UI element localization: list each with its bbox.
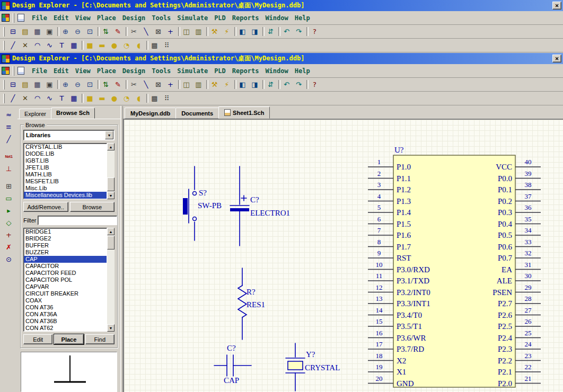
select-area-icon[interactable]: ⊠ [152, 79, 164, 90]
menu-item[interactable]: Help [292, 13, 313, 23]
wrench-icon[interactable]: ⚒ [208, 26, 221, 37]
right-pin-37[interactable]: 37 [525, 192, 532, 200]
pie-tool-icon[interactable]: ◔ [120, 40, 133, 51]
scroll-up-icon[interactable]: ▲ [107, 228, 115, 235]
zoom-in-icon[interactable]: ⊕ [59, 26, 72, 37]
zoom-out-icon[interactable]: ⊖ [72, 79, 84, 90]
rect-tool-icon[interactable]: ■ [84, 93, 96, 104]
save-icon[interactable]: ▦ [31, 79, 43, 90]
menu-item[interactable]: File [29, 13, 50, 23]
component-list-item[interactable]: CON AT36A [24, 311, 107, 318]
cut-icon[interactable]: ✂ [128, 79, 140, 90]
filter-input[interactable] [38, 216, 117, 225]
component-list-item[interactable]: CAPACITOR [24, 263, 107, 270]
right-pin-40[interactable]: VCC [496, 163, 512, 171]
close-button[interactable]: ✕ [552, 55, 561, 63]
cut-icon[interactable]: ✂ [128, 26, 140, 37]
text-tool-icon[interactable]: T [56, 40, 68, 51]
left-pin-12[interactable]: 12 [376, 283, 383, 291]
part-browser-icon[interactable]: ◫ [180, 79, 192, 90]
simulate-run-icon[interactable]: ◨ [249, 26, 261, 37]
right-pin-25[interactable]: P2.4 [498, 334, 513, 342]
sheet-entry-tool-icon[interactable]: ▸ [3, 204, 15, 217]
toolbar-grip[interactable] [3, 41, 5, 50]
menu-item[interactable]: Reports [229, 13, 262, 23]
line-icon[interactable]: ╲ [140, 26, 152, 37]
place-button[interactable]: Place [54, 334, 83, 344]
left-pin-7[interactable]: P1.6 [397, 231, 411, 239]
select-area-icon[interactable]: ⊠ [152, 26, 164, 37]
toolbar-grip[interactable] [3, 27, 5, 37]
menu-item[interactable]: Tools [148, 13, 174, 23]
help-icon[interactable]: ? [309, 79, 321, 90]
left-pin-20[interactable]: 20 [376, 375, 383, 382]
left-pin-13[interactable]: P3.3/INT1 [397, 299, 430, 308]
right-pin-27[interactable]: P2.6 [498, 311, 513, 319]
left-pin-17[interactable]: P3.7/RD [397, 345, 424, 353]
right-pin-27[interactable]: 27 [525, 306, 532, 314]
left-pin-2[interactable]: P1.1 [397, 174, 411, 183]
toolbar-grip[interactable] [3, 94, 5, 103]
move-icon[interactable]: + [164, 26, 177, 37]
library-list-item[interactable]: CRYSTAL.LIB [24, 144, 107, 150]
right-pin-24[interactable]: P2.3 [498, 345, 512, 353]
left-pin-11[interactable]: 11 [376, 272, 383, 280]
grid-icon[interactable]: ⠿ [161, 40, 173, 51]
scrollbar-thumb[interactable] [107, 236, 115, 250]
part-electro-cap[interactable]: C? ELECTRO1 [230, 166, 290, 246]
right-pin-34[interactable]: P0.5 [498, 231, 512, 239]
library-scrollbar[interactable]: ▲ ▼ [107, 143, 115, 199]
menu-item[interactable]: Edit [50, 66, 72, 76]
component-list-item[interactable]: BRIDGE2 [24, 235, 107, 242]
net-label-tool-icon[interactable]: Net1 [3, 150, 15, 163]
left-pin-9[interactable]: RST [397, 254, 411, 262]
part-browser-icon[interactable]: ◫ [180, 26, 192, 37]
erc-icon[interactable]: ⚡ [221, 26, 233, 37]
right-pin-33[interactable]: P0.6 [498, 243, 513, 251]
wrench-icon[interactable]: ⚒ [208, 79, 221, 90]
toolbar-grip[interactable] [13, 13, 14, 23]
right-pin-26[interactable]: P2.5 [498, 322, 512, 331]
left-pin-12[interactable]: P3.2/INT0 [397, 288, 430, 297]
left-pin-3[interactable]: 3 [377, 181, 381, 189]
left-pin-11[interactable]: P3.1/TXD [397, 277, 429, 285]
browse-type-dropdown[interactable]: Libraries ▼ [23, 130, 115, 140]
menu-item[interactable]: Window [262, 13, 291, 23]
zoom-area-icon[interactable]: ⊡ [84, 79, 96, 90]
document-icon[interactable] [17, 67, 24, 75]
bus-tool-icon[interactable]: ≡ [3, 121, 15, 133]
grid-icon[interactable]: ⠿ [161, 93, 173, 104]
component-list-item[interactable]: BUFFER [24, 242, 107, 249]
line-icon[interactable]: ╲ [140, 79, 152, 90]
right-pin-34[interactable]: 34 [525, 226, 532, 234]
bezier-tool-icon[interactable]: ∿ [43, 40, 56, 51]
array-tool-icon[interactable]: ▦ [68, 93, 80, 104]
component-list-item[interactable]: COAX [24, 297, 107, 304]
line-tool-icon[interactable]: ╱ [7, 40, 19, 51]
right-pin-35[interactable]: P0.4 [498, 220, 513, 228]
right-pin-36[interactable]: P0.3 [498, 208, 512, 217]
component-list-item[interactable]: CAPACITOR POL [24, 277, 107, 283]
array-tool-icon[interactable]: ▦ [68, 40, 80, 51]
right-pin-22[interactable]: P2.1 [498, 368, 512, 376]
right-pin-29[interactable]: 29 [525, 283, 532, 291]
scrollbar-thumb[interactable] [107, 177, 115, 191]
left-pin-1[interactable]: P1.0 [397, 163, 411, 171]
left-pin-6[interactable]: P1.5 [397, 220, 411, 228]
right-pin-30[interactable]: ALE [497, 277, 512, 285]
left-pin-17[interactable]: 17 [376, 340, 383, 348]
left-pin-20[interactable]: GND [397, 379, 414, 388]
ellipse-tool-icon[interactable]: ● [108, 40, 120, 51]
document-tab[interactable]: Sheet1.Sch [218, 106, 270, 119]
left-pin-10[interactable]: P3.0/RXD [397, 265, 430, 274]
paste-array-icon[interactable]: ▩ [148, 93, 161, 104]
annotate-icon[interactable]: ✎ [112, 26, 124, 37]
menu-item[interactable]: View [72, 13, 94, 23]
polygon-tool-icon[interactable]: ✕ [19, 40, 31, 51]
right-pin-28[interactable]: 28 [525, 295, 532, 302]
library-icon[interactable]: ▥ [192, 26, 205, 37]
library-list-item[interactable]: Miscellaneous Devices.lib [24, 192, 107, 199]
open-folder-icon[interactable]: ▤ [19, 79, 31, 90]
component-list-item[interactable]: CON AT36B [24, 318, 107, 325]
left-pin-16[interactable]: P3.6/WR [397, 334, 426, 342]
